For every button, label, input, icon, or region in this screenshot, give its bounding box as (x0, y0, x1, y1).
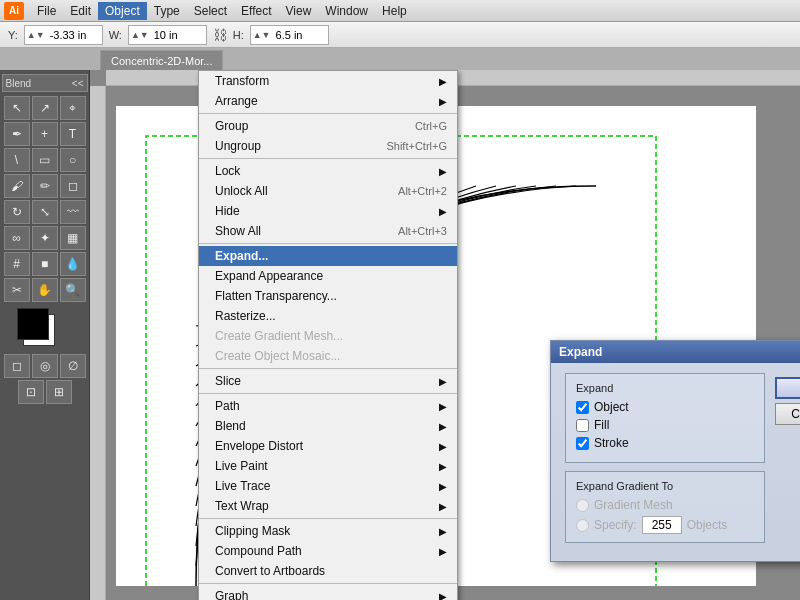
scale-tool[interactable]: ⤡ (32, 200, 58, 224)
menu-view[interactable]: View (279, 2, 319, 20)
symbol-tool[interactable]: ✦ (32, 226, 58, 250)
text-wrap-arrow: ▶ (439, 501, 447, 512)
sep-6 (199, 518, 457, 519)
menu-expand-appearance[interactable]: Expand Appearance (199, 266, 457, 286)
menu-type[interactable]: Type (147, 2, 187, 20)
menu-clipping-mask[interactable]: Clipping Mask ▶ (199, 521, 457, 541)
menu-effect[interactable]: Effect (234, 2, 278, 20)
scissors-tool[interactable]: ✂ (4, 278, 30, 302)
dialog-title-bar: Expand (551, 341, 800, 363)
menu-live-trace[interactable]: Live Trace ▶ (199, 476, 457, 496)
toolbox-collapse[interactable]: << (72, 78, 84, 89)
menu-live-paint[interactable]: Live Paint ▶ (199, 456, 457, 476)
object-checkbox[interactable] (576, 401, 589, 414)
w-value-input[interactable] (151, 26, 206, 44)
y-value-input[interactable] (47, 26, 102, 44)
compound-path-arrow: ▶ (439, 546, 447, 557)
direct-select-tool[interactable]: ↗ (32, 96, 58, 120)
menu-slice[interactable]: Slice ▶ (199, 371, 457, 391)
select-tool[interactable]: ↖ (4, 96, 30, 120)
foreground-color[interactable] (17, 308, 49, 340)
menu-file[interactable]: File (30, 2, 63, 20)
gradient-group-label: Expand Gradient To (576, 480, 754, 492)
color-swatch[interactable] (17, 308, 73, 348)
gradient-tool[interactable]: ■ (32, 252, 58, 276)
menu-show-all[interactable]: Show All Alt+Ctrl+3 (199, 221, 457, 241)
expand-group-label: Expand (576, 382, 754, 394)
rotate-tool[interactable]: ↻ (4, 200, 30, 224)
add-anchor-tool[interactable]: + (32, 122, 58, 146)
specify-row: Specify: Objects (576, 516, 754, 534)
menu-arrange[interactable]: Arrange ▶ (199, 91, 457, 111)
change-screen[interactable]: ⊞ (46, 380, 72, 404)
menu-text-wrap[interactable]: Text Wrap ▶ (199, 496, 457, 516)
tab-bar: Concentric-2D-Mor... (0, 48, 800, 70)
rect-tool[interactable]: ▭ (32, 148, 58, 172)
menu-graph[interactable]: Graph ▶ (199, 586, 457, 600)
warp-tool[interactable]: 〰 (60, 200, 86, 224)
pen-tool[interactable]: ✒ (4, 122, 30, 146)
specify-radio[interactable] (576, 519, 589, 532)
sep-4 (199, 368, 457, 369)
eraser-tool[interactable]: ◻ (60, 174, 86, 198)
menu-blend[interactable]: Blend ▶ (199, 416, 457, 436)
menu-expand[interactable]: Expand... (199, 246, 457, 266)
menu-rasterize[interactable]: Rasterize... (199, 306, 457, 326)
dialog-body: Expand Object Fill Stroke (551, 363, 800, 561)
menu-window[interactable]: Window (318, 2, 375, 20)
menu-lock[interactable]: Lock ▶ (199, 161, 457, 181)
column-graph-tool[interactable]: ▦ (60, 226, 86, 250)
line-tool[interactable]: \ (4, 148, 30, 172)
expand-group: Expand Object Fill Stroke (565, 373, 765, 463)
pencil-tool[interactable]: ✏ (32, 174, 58, 198)
menu-group[interactable]: Group Ctrl+G (199, 116, 457, 136)
screen-mode-row: ⊡ ⊞ (18, 380, 72, 404)
menu-edit[interactable]: Edit (63, 2, 98, 20)
menu-unlock-all[interactable]: Unlock All Alt+Ctrl+2 (199, 181, 457, 201)
app-logo: Ai (4, 2, 24, 20)
stroke-checkbox[interactable] (576, 437, 589, 450)
type-tool[interactable]: T (60, 122, 86, 146)
menu-object[interactable]: Object (98, 2, 147, 20)
sep-1 (199, 113, 457, 114)
eyedropper-tool[interactable]: 💧 (60, 252, 86, 276)
ok-button[interactable]: OK (775, 377, 800, 399)
h-value-input[interactable] (273, 26, 328, 44)
menu-help[interactable]: Help (375, 2, 414, 20)
paintbrush-tool[interactable]: 🖌 (4, 174, 30, 198)
options-bar: Y: ▲▼ W: ▲▼ ⛓ H: ▲▼ (0, 22, 800, 48)
document-tab[interactable]: Concentric-2D-Mor... (100, 50, 223, 70)
none-mode[interactable]: ∅ (60, 354, 86, 378)
screen-mode[interactable]: ⊡ (18, 380, 44, 404)
menu-transform[interactable]: Transform ▶ (199, 71, 457, 91)
stroke-mode[interactable]: ◎ (32, 354, 58, 378)
hand-tool active[interactable]: ✋ (32, 278, 58, 302)
menu-flatten-transparency[interactable]: Flatten Transparency... (199, 286, 457, 306)
fill-mode[interactable]: ◻ (4, 354, 30, 378)
mesh-tool[interactable]: # (4, 252, 30, 276)
main-area: Blend << ↖ ↗ ⌖ ✒ + T \ ▭ ○ 🖌 ✏ ◻ ↻ ⤡ 〰 (0, 70, 800, 600)
y-label: Y: (8, 29, 18, 41)
zoom-tool[interactable]: 🔍 (60, 278, 86, 302)
sep-5 (199, 393, 457, 394)
menu-compound-path[interactable]: Compound Path ▶ (199, 541, 457, 561)
object-dropdown-menu: Transform ▶ Arrange ▶ Group Ctrl+G Ungro… (198, 70, 458, 600)
menu-ungroup[interactable]: Ungroup Shift+Ctrl+G (199, 136, 457, 156)
menu-convert-artboards[interactable]: Convert to Artboards (199, 561, 457, 581)
blend-tool[interactable]: ∞ (4, 226, 30, 250)
graph-arrow: ▶ (439, 591, 447, 601)
menu-path[interactable]: Path ▶ (199, 396, 457, 416)
menu-select[interactable]: Select (187, 2, 234, 20)
menu-envelope-distort[interactable]: Envelope Distort ▶ (199, 436, 457, 456)
cancel-button[interactable]: Cancel (775, 403, 800, 425)
specify-value-input[interactable] (642, 516, 682, 534)
gradient-mesh-label: Gradient Mesh (594, 498, 673, 512)
menu-hide[interactable]: Hide ▶ (199, 201, 457, 221)
toolbox-label: Blend (6, 78, 32, 89)
lasso-tool[interactable]: ⌖ (60, 96, 86, 120)
specify-label: Specify: (594, 518, 637, 532)
gradient-mesh-radio[interactable] (576, 499, 589, 512)
canvas-area: Blend Transform ▶ Arrange ▶ Group Ctrl+G… (90, 70, 800, 600)
ellipse-tool[interactable]: ○ (60, 148, 86, 172)
fill-checkbox[interactable] (576, 419, 589, 432)
